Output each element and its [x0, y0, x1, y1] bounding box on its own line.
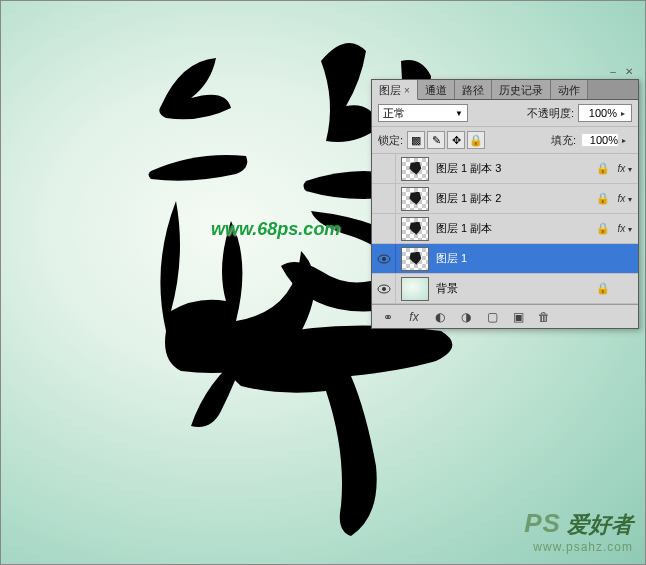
- layer-visibility-toggle[interactable]: [372, 184, 396, 213]
- layer-lock-icon: 🔒: [596, 282, 610, 295]
- dropdown-icon: ▼: [455, 109, 463, 118]
- panel-tabs: 图层× 通道 路径 历史记录 动作: [372, 80, 638, 100]
- adjustment-layer-icon[interactable]: ◑: [458, 309, 474, 325]
- watermark-center: www.68ps.com: [211, 219, 340, 240]
- opacity-label: 不透明度:: [527, 106, 574, 121]
- layer-visibility-toggle[interactable]: [372, 214, 396, 243]
- opacity-value[interactable]: [581, 107, 617, 119]
- svg-point-3: [382, 287, 386, 291]
- blend-mode-value: 正常: [383, 106, 405, 121]
- layer-visibility-toggle[interactable]: [372, 154, 396, 183]
- fill-label: 填充:: [551, 133, 576, 148]
- editor-canvas: www.68ps.com PS 爱好者 www.psahz.com – ✕ 图层…: [0, 0, 646, 565]
- lock-pixels-icon[interactable]: ✎: [427, 131, 445, 149]
- eye-icon: [377, 254, 391, 264]
- layer-name-label[interactable]: 图层 1: [434, 251, 596, 266]
- layer-group-icon[interactable]: ▢: [484, 309, 500, 325]
- layer-thumbnail[interactable]: [396, 214, 434, 243]
- layer-thumbnail[interactable]: [396, 154, 434, 183]
- layer-fx-indicator[interactable]: fx ▾: [610, 163, 634, 174]
- panel-minimize-icon[interactable]: –: [606, 66, 620, 78]
- tab-layers-close-icon[interactable]: ×: [404, 85, 410, 96]
- layer-row[interactable]: 背景🔒: [372, 274, 638, 304]
- tab-paths[interactable]: 路径: [455, 80, 492, 99]
- layer-row[interactable]: 图层 1 副本🔒fx ▾: [372, 214, 638, 244]
- lock-position-icon[interactable]: ✥: [447, 131, 465, 149]
- tab-layers[interactable]: 图层×: [372, 80, 418, 100]
- layer-fx-indicator[interactable]: fx ▾: [610, 193, 634, 204]
- blend-mode-select[interactable]: 正常 ▼: [378, 104, 468, 122]
- svg-point-1: [382, 257, 386, 261]
- layer-lock-icon: 🔒: [596, 222, 610, 235]
- tab-actions[interactable]: 动作: [551, 80, 588, 99]
- opacity-arrow-icon[interactable]: ▸: [617, 109, 629, 118]
- layer-name-label[interactable]: 图层 1 副本 2: [434, 191, 596, 206]
- tab-layers-label: 图层: [379, 84, 401, 96]
- layer-fx-indicator[interactable]: fx ▾: [610, 223, 634, 234]
- panel-window-controls: – ✕: [606, 66, 636, 78]
- lock-all-icon[interactable]: 🔒: [467, 131, 485, 149]
- panel-footer: ⚭ fx ◐ ◑ ▢ ▣ 🗑: [372, 304, 638, 328]
- fill-arrow-icon[interactable]: ▸: [618, 136, 630, 145]
- layers-list: 图层 1 副本 3🔒fx ▾图层 1 副本 2🔒fx ▾图层 1 副本🔒fx ▾…: [372, 154, 638, 304]
- layer-row[interactable]: 图层 1 副本 3🔒fx ▾: [372, 154, 638, 184]
- layers-panel: – ✕ 图层× 通道 路径 历史记录 动作 正常 ▼ 不透明度: ▸: [371, 79, 639, 329]
- lock-label: 锁定:: [378, 133, 403, 148]
- layer-name-label[interactable]: 图层 1 副本: [434, 221, 596, 236]
- layer-lock-icon: 🔒: [596, 162, 610, 175]
- layer-name-label[interactable]: 背景: [434, 281, 596, 296]
- watermark-bottom-right: PS 爱好者 www.psahz.com: [524, 508, 633, 554]
- layer-visibility-toggle[interactable]: [372, 274, 396, 303]
- opacity-input[interactable]: ▸: [578, 104, 632, 122]
- watermark-suffix: 爱好者: [567, 512, 633, 537]
- panel-blend-row: 正常 ▼ 不透明度: ▸: [372, 100, 638, 127]
- watermark-ps: PS: [524, 508, 561, 538]
- lock-icons: ▩ ✎ ✥ 🔒: [407, 131, 485, 149]
- panel-close-icon[interactable]: ✕: [622, 66, 636, 78]
- eye-icon: [377, 284, 391, 294]
- layer-row[interactable]: 图层 1: [372, 244, 638, 274]
- layer-thumbnail[interactable]: [396, 184, 434, 213]
- fill-value[interactable]: [582, 134, 618, 146]
- layer-lock-icon: 🔒: [596, 192, 610, 205]
- layer-thumbnail[interactable]: [396, 274, 434, 303]
- new-layer-icon[interactable]: ▣: [510, 309, 526, 325]
- delete-layer-icon[interactable]: 🗑: [536, 309, 552, 325]
- tab-channels[interactable]: 通道: [418, 80, 455, 99]
- panel-lock-row: 锁定: ▩ ✎ ✥ 🔒 填充: ▸: [372, 127, 638, 154]
- tab-history[interactable]: 历史记录: [492, 80, 551, 99]
- watermark-url: www.psahz.com: [524, 540, 633, 554]
- lock-transparency-icon[interactable]: ▩: [407, 131, 425, 149]
- layer-name-label[interactable]: 图层 1 副本 3: [434, 161, 596, 176]
- layer-thumbnail[interactable]: [396, 244, 434, 273]
- layer-fx-icon[interactable]: fx: [406, 309, 422, 325]
- layer-mask-icon[interactable]: ◐: [432, 309, 448, 325]
- layer-row[interactable]: 图层 1 副本 2🔒fx ▾: [372, 184, 638, 214]
- fill-input[interactable]: ▸: [580, 134, 632, 146]
- link-layers-icon[interactable]: ⚭: [380, 309, 396, 325]
- layer-visibility-toggle[interactable]: [372, 244, 396, 273]
